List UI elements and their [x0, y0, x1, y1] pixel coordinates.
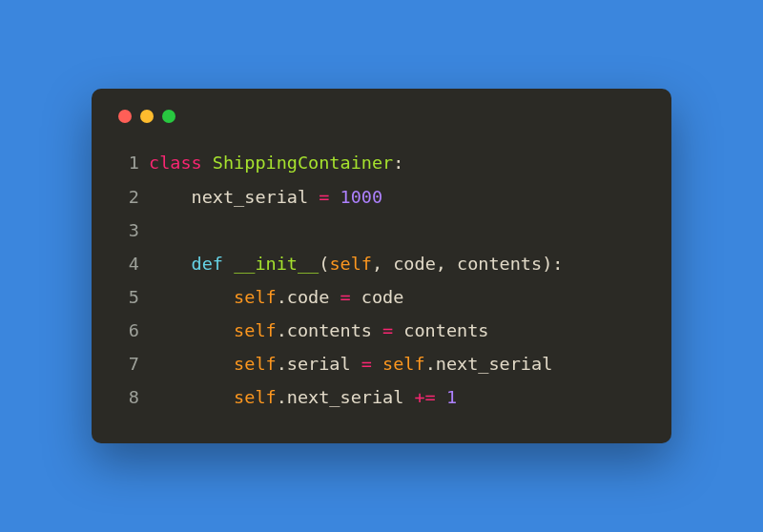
line-content: self.next_serial += 1 [149, 380, 457, 414]
code-token: def [192, 254, 223, 274]
code-line: 6 self.contents = contents [118, 314, 645, 347]
code-token [329, 287, 340, 307]
code-token: __init__ [234, 254, 319, 274]
code-token [372, 320, 382, 340]
code-line: 8 self.next_serial += 1 [118, 380, 645, 414]
code-token: serial [287, 354, 351, 374]
line-content: next_serial = 1000 [149, 180, 382, 214]
code-line: 1class ShippingContainer: [118, 146, 645, 179]
line-number: 5 [118, 280, 139, 314]
code-line: 4 def __init__(self, code, contents): [118, 247, 645, 280]
code-token [149, 254, 192, 274]
code-token: contents [393, 320, 488, 340]
code-token: = [361, 354, 372, 374]
code-token: ( [319, 254, 329, 274]
code-token: = [319, 187, 329, 207]
code-token: code [351, 287, 404, 307]
code-token: . [277, 387, 287, 407]
line-content: def __init__(self, code, contents): [149, 247, 563, 280]
code-token [149, 320, 234, 340]
line-number: 3 [118, 214, 139, 247]
close-icon[interactable] [118, 110, 132, 123]
code-token: 1 [446, 387, 457, 407]
code-token: self [382, 354, 425, 374]
code-token: .next_serial [425, 354, 553, 374]
line-number: 1 [118, 146, 139, 179]
code-line: 3 [118, 214, 645, 247]
line-number: 7 [118, 347, 139, 380]
code-token: += [414, 387, 435, 407]
code-token: class [149, 153, 202, 173]
line-content: self.serial = self.next_serial [149, 347, 552, 380]
code-token: ShippingContainer [213, 153, 393, 173]
code-window: 1class ShippingContainer:2 next_serial =… [92, 89, 671, 442]
code-token [149, 387, 234, 407]
code-token [372, 354, 382, 374]
code-token: contents [287, 320, 372, 340]
code-token: . [277, 287, 287, 307]
code-token: . [277, 354, 287, 374]
code-line: 5 self.code = code [118, 280, 645, 314]
code-token: , code, contents): [372, 254, 563, 274]
code-token: self [329, 254, 372, 274]
code-token: next_serial [287, 387, 404, 407]
code-token [149, 287, 234, 307]
code-token: = [382, 320, 393, 340]
code-token: . [277, 320, 287, 340]
code-token [202, 153, 213, 173]
line-content: self.contents = contents [149, 314, 488, 347]
code-token: self [234, 287, 277, 307]
code-token [436, 387, 446, 407]
minimize-icon[interactable] [140, 110, 154, 123]
zoom-icon[interactable] [162, 110, 175, 123]
code-token: self [234, 387, 277, 407]
line-content: class ShippingContainer: [149, 146, 403, 179]
code-editor: 1class ShippingContainer:2 next_serial =… [118, 146, 645, 414]
line-number: 2 [118, 180, 139, 214]
code-token [403, 387, 414, 407]
code-token: code [287, 287, 330, 307]
window-titlebar [118, 110, 645, 123]
code-token [149, 354, 234, 374]
line-number: 4 [118, 247, 139, 280]
code-token: = [340, 287, 351, 307]
code-token: next_serial [149, 187, 319, 207]
code-token: : [393, 153, 403, 173]
code-line: 7 self.serial = self.next_serial [118, 347, 645, 380]
code-token [329, 187, 340, 207]
code-token [351, 354, 361, 374]
line-content: self.code = code [149, 280, 403, 314]
line-number: 8 [118, 380, 139, 414]
code-token: self [234, 320, 277, 340]
code-token: self [234, 354, 277, 374]
code-line: 2 next_serial = 1000 [118, 180, 645, 214]
line-number: 6 [118, 314, 139, 347]
code-token: 1000 [340, 187, 383, 207]
code-token [223, 254, 234, 274]
